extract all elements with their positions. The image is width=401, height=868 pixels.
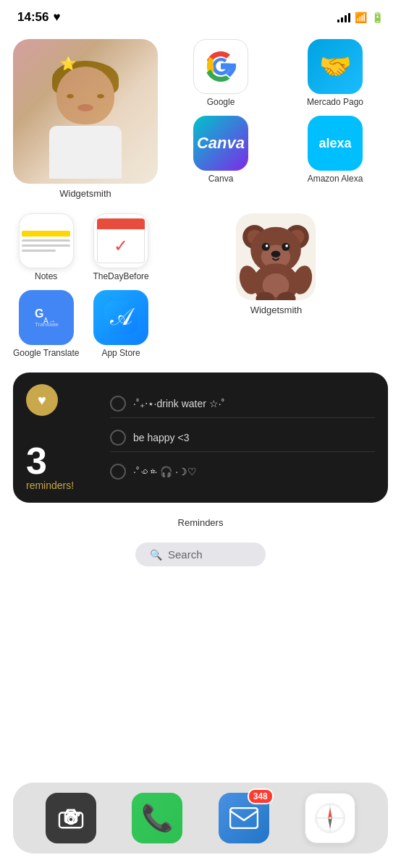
reminders-widget[interactable]: ♥ 3 reminders! ·˚₊‧⋆·drink water ☆·˚ be … xyxy=(13,373,388,503)
reminders-count: 3 xyxy=(26,442,98,480)
app-notes[interactable]: Notes xyxy=(13,213,79,281)
svg-point-17 xyxy=(271,251,281,258)
svg-point-31 xyxy=(77,814,80,817)
thedaybefore-icon: ✓ xyxy=(93,213,148,268)
alexa-icon: alexa xyxy=(308,116,363,171)
calendar-inner: ✓ xyxy=(97,218,145,264)
notes-yellow-bar xyxy=(22,231,70,237)
dock-mail[interactable]: 348 xyxy=(219,793,269,843)
search-icon: 🔍 xyxy=(150,549,162,561)
notes-line3 xyxy=(22,250,56,252)
svg-text:G: G xyxy=(35,307,43,320)
signal-icon xyxy=(337,12,350,22)
svg-point-14 xyxy=(282,243,290,251)
app-google-translate[interactable]: G A→ Translate Google Translate xyxy=(13,290,79,358)
notes-icon xyxy=(19,213,74,268)
notes-inner xyxy=(22,231,70,252)
dock-phone[interactable]: 📞 xyxy=(132,793,182,843)
reminder-text-3: ·˚꩜☆· 🎧 ·☽♡ xyxy=(133,466,197,477)
mercado-pago-icon: 🤝 xyxy=(308,39,363,94)
search-container: 🔍 Search xyxy=(13,542,388,566)
search-text: Search xyxy=(168,548,203,561)
time-display: 14:56 xyxy=(17,10,48,25)
heart-icon: ♥ xyxy=(38,392,46,409)
app-google[interactable]: Google xyxy=(168,39,274,107)
calendar-top xyxy=(97,218,145,230)
svg-text:Translate: Translate xyxy=(35,321,59,328)
reminder-item-2: be happy <3 xyxy=(110,430,375,452)
google-translate-label: Google Translate xyxy=(13,348,79,358)
reminders-right: ·˚₊‧⋆·drink water ☆·˚ be happy <3 ·˚꩜☆· … xyxy=(110,384,375,491)
handshake-emoji: 🤝 xyxy=(319,51,352,82)
reminder-item-3: ·˚꩜☆· 🎧 ·☽♡ xyxy=(110,464,375,485)
reminders-count-area: 3 reminders! xyxy=(26,442,98,491)
svg-point-29 xyxy=(67,815,75,824)
mercado-pago-label: Mercado Pago xyxy=(307,97,363,107)
bear-widgetsmith-label: Widgetsmith xyxy=(250,305,303,315)
reminder-circle-3 xyxy=(110,464,126,480)
app-mercado-pago[interactable]: 🤝 Mercado Pago xyxy=(282,39,388,107)
canva-icon: Canva xyxy=(193,116,248,171)
search-bar[interactable]: 🔍 Search xyxy=(135,542,266,566)
widgetsmith-photo-widget[interactable]: ⭐ Widgetsmith xyxy=(13,39,158,199)
status-bar: 14:56 ♥ 📶 🔋 xyxy=(0,0,401,32)
bear-widgetsmith-wrapper[interactable]: Widgetsmith xyxy=(164,213,388,315)
reminders-left: ♥ 3 reminders! xyxy=(26,384,98,491)
safari-icon xyxy=(314,802,346,834)
alexa-text: alexa xyxy=(318,136,351,151)
app-grid-row1: Google 🤝 Mercado Pago Canva Canva alexa xyxy=(168,39,388,184)
mail-badge: 348 xyxy=(248,788,274,804)
row2: Notes ✓ TheDayBefore xyxy=(13,213,388,358)
phone-icon: 📞 xyxy=(141,803,174,833)
canva-text: Canva xyxy=(197,134,245,153)
battery-icon: 🔋 xyxy=(371,12,384,23)
reminder-circle-1 xyxy=(110,396,126,412)
widgetsmith-label: Widgetsmith xyxy=(59,188,111,199)
app-appstore[interactable]: 𝒜 App Store xyxy=(88,290,153,358)
svg-point-13 xyxy=(262,243,270,251)
reminder-text-2: be happy <3 xyxy=(133,432,189,443)
google-label: Google xyxy=(207,97,235,107)
widgetsmith-photo: ⭐ xyxy=(13,39,158,184)
google-icon xyxy=(193,39,248,94)
app-thedaybefore[interactable]: ✓ TheDayBefore xyxy=(88,213,153,281)
google-translate-icon: G A→ Translate xyxy=(19,290,74,345)
heart-check: ✓ xyxy=(114,236,128,256)
status-icons: 📶 🔋 xyxy=(337,12,384,23)
notes-line1 xyxy=(22,239,70,242)
dock-safari[interactable] xyxy=(305,793,355,843)
app-grid-row2: Notes ✓ TheDayBefore xyxy=(13,213,154,358)
reminder-item-1: ·˚₊‧⋆·drink water ☆·˚ xyxy=(110,396,375,418)
row1: ⭐ Widgetsmith xyxy=(13,39,388,199)
mail-icon xyxy=(229,807,258,829)
svg-point-16 xyxy=(286,244,289,247)
thedaybefore-label: TheDayBefore xyxy=(93,271,148,281)
dock: 📞 348 xyxy=(13,783,388,854)
calendar-body: ✓ xyxy=(97,229,145,263)
svg-point-15 xyxy=(266,244,269,247)
star-badge: ⭐ xyxy=(60,56,76,72)
photo-background: ⭐ xyxy=(13,39,158,184)
notes-label: Notes xyxy=(35,271,57,281)
app-amazon-alexa[interactable]: alexa Amazon Alexa xyxy=(282,116,388,184)
home-screen: ⭐ Widgetsmith xyxy=(0,32,401,566)
alexa-label: Amazon Alexa xyxy=(308,174,363,184)
bear-svg xyxy=(236,213,316,300)
svg-rect-32 xyxy=(230,808,258,828)
reminder-text-1: ·˚₊‧⋆·drink water ☆·˚ xyxy=(133,398,224,409)
notes-line2 xyxy=(22,244,70,247)
app-canva[interactable]: Canva Canva xyxy=(168,116,274,184)
wifi-icon: 📶 xyxy=(355,12,367,23)
reminders-count-label: reminders! xyxy=(26,480,98,491)
appstore-label: App Store xyxy=(101,348,140,358)
heart-icon: ♥ xyxy=(53,10,60,25)
reminders-heart-button[interactable]: ♥ xyxy=(26,384,58,416)
canva-label: Canva xyxy=(208,174,234,184)
bear-widget xyxy=(236,213,316,300)
svg-point-30 xyxy=(69,817,73,822)
reminder-circle-2 xyxy=(110,430,126,446)
appstore-icon: 𝒜 xyxy=(93,290,148,345)
status-time: 14:56 ♥ xyxy=(17,10,61,25)
dock-camera[interactable] xyxy=(46,793,96,843)
reminders-widget-label: Reminders xyxy=(13,517,388,528)
